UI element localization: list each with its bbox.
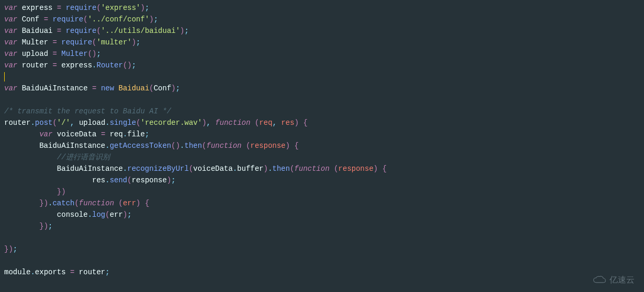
semicolon: ;: [127, 211, 131, 219]
class-name: Baiduai: [119, 84, 150, 92]
dot: .: [268, 165, 272, 173]
code-line: var upload = Multer();: [4, 48, 640, 60]
keyword: var: [4, 4, 17, 12]
brace: {: [145, 199, 149, 207]
comment: //进行语音识别: [57, 153, 110, 161]
identifier: router: [79, 268, 105, 276]
semicolon: ;: [176, 84, 180, 92]
keyword: var: [4, 15, 17, 24]
brace: }: [57, 188, 61, 196]
code-editor[interactable]: var express = require('express'); var Co…: [4, 2, 640, 278]
paren: ): [127, 61, 131, 69]
paren: ): [295, 119, 299, 127]
operator: =: [57, 27, 61, 35]
identifier: Multer: [22, 38, 48, 46]
brace: }: [39, 199, 43, 207]
method: recognizeByUrl: [127, 165, 189, 173]
method: log: [92, 211, 105, 219]
dot: .: [105, 176, 109, 184]
brace: {: [303, 119, 307, 127]
paren: ): [92, 50, 96, 58]
paren: (: [202, 142, 206, 150]
string: 'express': [101, 4, 141, 12]
function-call: Multer: [61, 50, 87, 58]
code-line: var router = express.Router();: [4, 60, 640, 71]
operator: =: [52, 61, 57, 69]
paren: ): [149, 15, 153, 24]
keyword: function: [215, 119, 250, 127]
paren: ): [44, 222, 48, 230]
paren: ): [136, 199, 140, 207]
code-line: BaiduAiInstance.getAccessToken().then(fu…: [4, 140, 640, 151]
parameter: response: [338, 165, 374, 173]
operator: =: [44, 15, 48, 24]
semicolon: ;: [97, 50, 101, 58]
code-line: [4, 232, 640, 243]
property: file: [127, 130, 145, 138]
paren: (: [136, 119, 140, 127]
identifier: BaiduAiInstance: [57, 165, 123, 173]
dot: .: [123, 165, 127, 173]
argument: err: [110, 211, 123, 219]
identifier: BaiduAiInstance: [39, 142, 105, 150]
code-line: var Baiduai = require('../utils/baiduai'…: [4, 25, 640, 37]
identifier: upload: [79, 119, 105, 127]
semicolon: ;: [145, 4, 149, 12]
method: catch: [52, 199, 74, 207]
method: getAccessToken: [110, 142, 172, 150]
paren: (: [246, 142, 250, 150]
identifier: res: [92, 176, 105, 184]
paren: ): [8, 245, 13, 253]
code-line: });: [4, 220, 640, 232]
paren: (: [290, 165, 294, 173]
identifier: BaiduAiInstance: [22, 84, 88, 92]
code-line: var voiceData = req.file;: [4, 129, 640, 140]
keyword: function: [295, 165, 330, 173]
paren: (: [118, 199, 122, 207]
paren: ): [180, 27, 184, 35]
code-line: [4, 94, 640, 106]
code-line: var Conf = require('../conf/conf');: [4, 14, 640, 25]
semicolon: ;: [145, 130, 149, 138]
comma: ,: [273, 119, 277, 127]
paren: ): [176, 142, 180, 150]
paren: ): [374, 165, 378, 173]
paren: (: [52, 119, 57, 127]
keyword: var: [4, 84, 17, 92]
semicolon: ;: [105, 268, 109, 276]
operator: =: [92, 84, 96, 92]
identifier: express: [22, 4, 53, 12]
paren: ): [132, 38, 136, 46]
keyword: var: [4, 38, 17, 46]
paren: (: [171, 142, 175, 150]
comment: /* transmit the request to Baidu AI */: [4, 107, 171, 115]
identifier: Conf: [22, 15, 40, 24]
code-line: module.exports = router;: [4, 266, 640, 278]
code-line: /* transmit the request to Baidu AI */: [4, 106, 640, 117]
function-call: require: [66, 27, 97, 35]
method: send: [110, 176, 128, 184]
code-line: router.post('/', upload.single('recorder…: [4, 117, 640, 129]
semicolon: ;: [154, 15, 158, 24]
identifier: upload: [22, 50, 48, 58]
paren: (: [105, 211, 109, 219]
parameter: req: [259, 119, 272, 127]
identifier: console: [57, 211, 88, 219]
paren: ): [171, 84, 175, 92]
identifier: req: [110, 130, 123, 138]
keyword: var: [4, 27, 17, 35]
function-call: require: [66, 4, 97, 12]
code-line: }): [4, 186, 640, 197]
method: Router: [96, 61, 122, 69]
string: '/': [57, 119, 70, 127]
paren: ): [202, 119, 206, 127]
property: exports: [35, 268, 66, 276]
dot: .: [30, 268, 35, 276]
argument: response: [132, 176, 167, 184]
paren: ): [44, 199, 48, 207]
keyword: var: [4, 50, 17, 58]
method: then: [273, 165, 290, 173]
argument: Conf: [154, 84, 172, 92]
comma: ,: [207, 119, 211, 127]
dot: .: [88, 211, 92, 219]
